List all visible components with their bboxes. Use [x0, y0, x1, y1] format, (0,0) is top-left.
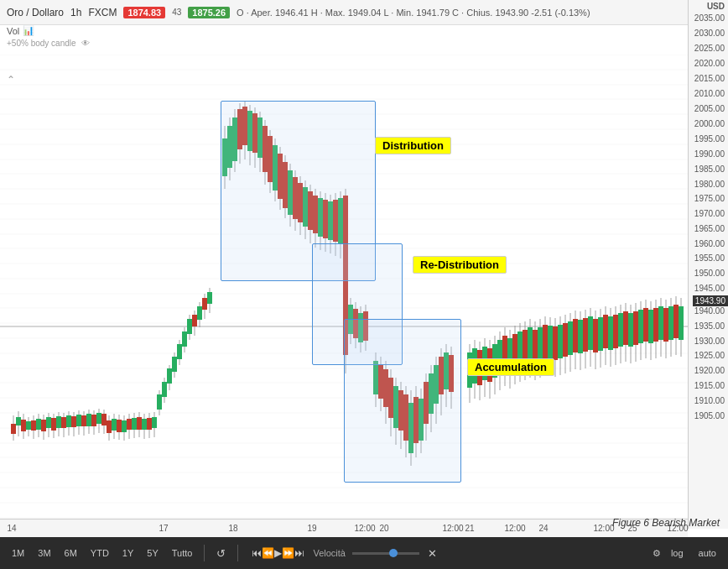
svg-rect-104: [187, 319, 192, 334]
tb-1m[interactable]: 1M: [7, 546, 29, 560]
svg-rect-94: [162, 382, 167, 397]
svg-rect-38: [21, 420, 26, 431]
svg-rect-112: [207, 292, 212, 304]
candle-group-rise: [157, 288, 212, 415]
svg-rect-228: [528, 327, 533, 361]
svg-rect-256: [598, 317, 603, 351]
vol-icon: 📊: [23, 25, 34, 36]
svg-rect-240: [558, 325, 563, 358]
tb-ytd[interactable]: YTD: [86, 546, 114, 560]
svg-rect-288: [679, 306, 684, 340]
currency-label: USD: [707, 2, 725, 11]
tb-tutto[interactable]: Tutto: [167, 546, 198, 560]
time-axis: 14 17 18 19 12:00 20 12:00 21 12:00 24 1…: [0, 519, 688, 537]
svg-rect-274: [643, 308, 648, 342]
svg-rect-44: [36, 419, 41, 430]
svg-rect-262: [613, 315, 618, 348]
svg-rect-268: [628, 313, 633, 347]
svg-rect-76: [117, 420, 122, 432]
tb-auto[interactable]: auto: [694, 546, 721, 560]
price-2010: 2010.00: [694, 89, 725, 98]
svg-rect-250: [583, 318, 588, 352]
svg-rect-80: [127, 419, 132, 430]
accumulation-label: Accumulation: [467, 358, 554, 376]
velocity-slider[interactable]: [352, 552, 419, 555]
tb-1y[interactable]: 1Y: [117, 546, 138, 560]
price-1950: 1950.00: [694, 269, 725, 278]
svg-rect-282: [663, 308, 668, 342]
svg-rect-108: [197, 306, 202, 320]
time-1200-24: 12:00: [593, 524, 614, 533]
vol-row: Vol 📊: [7, 25, 34, 36]
svg-rect-36: [16, 417, 21, 425]
svg-rect-78: [122, 420, 127, 432]
svg-rect-270: [633, 311, 638, 345]
svg-rect-100: [177, 344, 182, 359]
svg-rect-232: [538, 327, 543, 361]
price-1955: 1955.00: [694, 253, 725, 263]
svg-rect-48: [46, 417, 51, 428]
price-1995: 1995.00: [694, 134, 725, 144]
svg-rect-70: [101, 414, 107, 425]
time-14: 14: [7, 524, 16, 533]
svg-rect-84: [137, 417, 142, 430]
vol-label: Vol: [7, 26, 19, 36]
svg-rect-74: [112, 419, 117, 431]
svg-rect-254: [593, 319, 598, 352]
svg-rect-280: [658, 306, 663, 340]
price-2025: 2025.00: [694, 44, 725, 53]
svg-rect-278: [653, 308, 658, 342]
candle-group-right: [467, 296, 684, 403]
svg-rect-266: [623, 311, 628, 345]
svg-rect-272: [638, 310, 643, 343]
svg-rect-244: [568, 321, 573, 355]
svg-rect-66: [91, 415, 96, 426]
time-1200-19: 12:00: [354, 524, 375, 533]
tb-6m[interactable]: 6M: [60, 546, 82, 560]
toolbar-right: ⚙ log auto: [653, 546, 721, 560]
candle-label: +50% body candle 👁: [7, 39, 90, 48]
time-21: 21: [465, 524, 474, 533]
svg-rect-86: [142, 419, 147, 430]
tb-log[interactable]: log: [666, 546, 689, 560]
svg-rect-46: [41, 420, 46, 431]
price-1975: 1975.00: [694, 194, 725, 203]
tb-replay-icon[interactable]: ↺: [211, 546, 231, 561]
svg-rect-260: [608, 316, 613, 350]
price-1980: 1980.00: [694, 180, 725, 189]
svg-rect-60: [76, 415, 81, 426]
svg-rect-242: [563, 323, 568, 357]
svg-rect-54: [61, 417, 66, 428]
price-2035: 2035.00: [694, 13, 725, 23]
instrument-label: Oro / Dollaro: [7, 7, 64, 18]
toolbar-separator-1: [204, 545, 205, 561]
stop-icon[interactable]: ✕: [428, 547, 437, 560]
time-1200-20: 12:00: [442, 524, 463, 533]
svg-rect-90: [152, 417, 157, 428]
time-1200-21: 12:00: [504, 524, 525, 533]
tb-5y[interactable]: 5Y: [142, 546, 163, 560]
time-24: 24: [538, 524, 548, 533]
exchange-label: FXCM: [88, 7, 117, 18]
time-19: 19: [307, 524, 316, 533]
svg-rect-258: [603, 315, 608, 348]
svg-rect-72: [107, 420, 112, 433]
bottom-toolbar: 1M 3M 6M YTD 1Y 5Y Tutto ↺ ⏮⏪▶⏩⏭ Velocit…: [0, 537, 728, 569]
svg-rect-58: [71, 416, 76, 427]
svg-rect-88: [147, 418, 152, 430]
accumulation-box: [344, 319, 461, 483]
tb-3m[interactable]: 3M: [33, 546, 55, 560]
price-1943-highlight: 1943.90: [693, 295, 728, 306]
price-1970: 1970.00: [694, 209, 725, 218]
price-1945: 1945.00: [694, 284, 725, 293]
settings-icon[interactable]: ⚙: [653, 548, 661, 559]
svg-rect-248: [578, 320, 583, 353]
time-20: 20: [379, 524, 388, 533]
price-2015: 2015.00: [694, 74, 725, 83]
price-1965: 1965.00: [694, 224, 725, 233]
price-1930: 1930.00: [694, 337, 725, 346]
ohlc-info: O · Aper. 1946.41 H · Max. 1949.04 L · M…: [237, 8, 590, 18]
svg-rect-264: [618, 313, 623, 347]
price-1940: 1940.00: [694, 306, 725, 316]
price-1935: 1935.00: [694, 321, 725, 331]
